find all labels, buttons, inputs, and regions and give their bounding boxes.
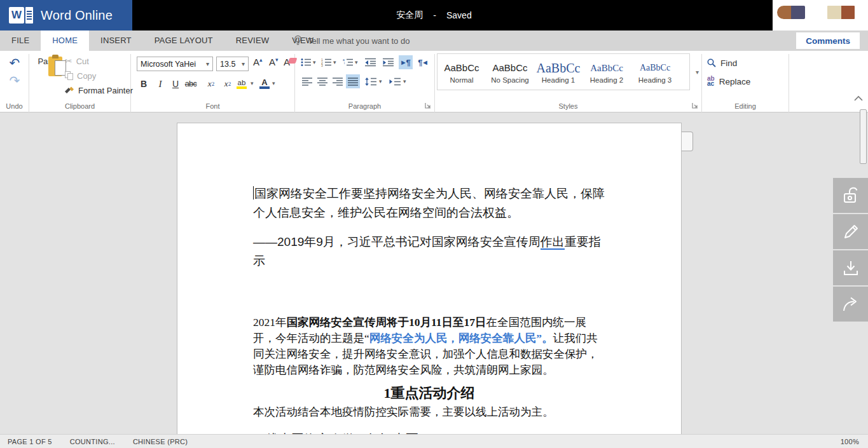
ribbon-tab-row: FILE HOME INSERT PAGE LAYOUT REVIEW VIEW… [0, 31, 868, 51]
bullets-button[interactable] [299, 55, 313, 69]
subscript-button[interactable]: x2 [205, 76, 217, 92]
page-indicator[interactable]: PAGE 1 OF 5 [8, 438, 52, 445]
share-button[interactable] [833, 287, 868, 322]
text-run: 作出 [541, 235, 565, 250]
header-corner [773, 0, 868, 31]
style-normal[interactable]: AaBbCc Normal [437, 60, 486, 84]
share-icon [841, 295, 861, 314]
zoom-level[interactable]: 100% [841, 438, 859, 445]
chevron-down-icon[interactable]: ▾ [379, 78, 382, 85]
document-title[interactable]: 安全周 [396, 10, 423, 21]
tab-insert[interactable]: INSERT [89, 31, 143, 51]
right-to-left-text-button[interactable]: ¶◀ [416, 55, 430, 69]
app-name: Word Online [41, 8, 113, 23]
increase-indent-icon [383, 58, 394, 67]
title-divider: - [433, 10, 436, 20]
style-heading-3[interactable]: AaBbCc Heading 3 [631, 60, 679, 84]
tab-review[interactable]: REVIEW [224, 31, 280, 51]
chevron-down-icon[interactable]: ▾ [313, 59, 316, 65]
presence-avatar[interactable] [777, 6, 805, 19]
document-paragraph[interactable]: 2021年国家网络安全宣传周将于10月11日至17日在全国范围内统一展开，今年活… [253, 315, 605, 378]
left-to-right-text-button[interactable]: ▶¶ [399, 55, 413, 69]
font-size-select[interactable]: 13.5 ▾ [216, 57, 249, 71]
paragraph-dialog-launcher[interactable] [425, 102, 431, 109]
style-heading-1[interactable]: AaBbCc Heading 1 [534, 60, 582, 84]
superscript-button[interactable]: x2 [221, 76, 234, 92]
tab-page-layout[interactable]: PAGE LAYOUT [143, 31, 224, 51]
text-cursor [253, 186, 254, 200]
numbering-button[interactable]: 123 [319, 55, 333, 69]
chevron-down-icon[interactable]: ▾ [272, 80, 275, 86]
decrease-indent-button[interactable] [364, 55, 378, 69]
replace-button[interactable]: ab ac Replace [707, 74, 750, 88]
collapse-ribbon-button[interactable] [853, 94, 866, 104]
style-no-spacing[interactable]: AaBbCc No Spacing [486, 60, 534, 84]
align-center-button[interactable] [315, 74, 329, 88]
status-bar: PAGE 1 OF 5 COUNTING... CHINESE (PRC) 10… [0, 434, 868, 448]
language-indicator[interactable]: CHINESE (PRC) [133, 438, 188, 445]
document-title-area: 安全周 - Saved [396, 0, 471, 31]
paragraph-group-label: Paragraph [295, 102, 434, 110]
text-run: 1重点活动介绍 [384, 385, 475, 401]
copy-icon [65, 71, 73, 80]
chevron-down-icon[interactable]: ▾ [251, 80, 254, 86]
format-painter-button[interactable]: Format Painter [65, 84, 133, 97]
shrink-font-button[interactable]: A▾ [269, 57, 279, 71]
line-spacing-button[interactable] [364, 74, 378, 88]
text-run: 网络安全为人民，网络安全靠人民 [369, 332, 537, 344]
special-indent-button[interactable] [388, 74, 402, 88]
styles-dialog-launcher[interactable] [692, 102, 698, 109]
chevron-down-icon[interactable]: ▾ [403, 78, 406, 85]
bold-button[interactable]: B [137, 76, 150, 92]
word-count[interactable]: COUNTING... [70, 438, 115, 445]
clear-formatting-button[interactable]: A [284, 57, 296, 71]
font-color-button[interactable]: A ▾ [258, 76, 271, 92]
italic-button[interactable]: I [154, 76, 167, 92]
cut-button[interactable]: ✂ Cut [65, 55, 89, 67]
align-right-button[interactable] [331, 74, 345, 88]
redo-button[interactable]: ↷ [6, 74, 23, 89]
tab-file[interactable]: FILE [0, 31, 41, 51]
style-heading-2[interactable]: AaBbCc Heading 2 [582, 60, 631, 84]
chevron-up-icon [853, 95, 864, 102]
underline-button[interactable]: U [169, 76, 182, 92]
document-page[interactable]: 国家网络安全工作要坚持网络安全为人民、网络安全靠人民，保障个人信息安全，维护公民… [177, 123, 682, 434]
document-paragraph[interactable]: 国家网络安全工作要坚持网络安全为人民、网络安全靠人民，保障个人信息安全，维护公民… [253, 184, 605, 222]
scissors-icon: ✂ [65, 56, 72, 66]
paste-button[interactable]: Paste [34, 55, 63, 95]
vertical-scrollbar-thumb[interactable] [860, 109, 867, 164]
presence-avatar[interactable] [827, 6, 855, 19]
download-button[interactable] [833, 250, 868, 285]
multilevel-list-button[interactable]: ai [341, 55, 355, 69]
font-name-select[interactable]: Microsoft YaHei ▾ [137, 57, 213, 71]
style-gallery-more-button[interactable]: ▾ [696, 69, 699, 76]
header: W Word Online 安全周 - Saved [0, 0, 868, 31]
comments-button[interactable]: Comments [796, 32, 860, 49]
document-heading[interactable]: 1重点活动介绍 [253, 384, 605, 403]
highlight-color-button[interactable]: ab ▾ [235, 76, 248, 92]
undo-button[interactable]: ↶ [6, 56, 23, 71]
grow-font-button[interactable]: A▴ [253, 57, 263, 71]
document-paragraph[interactable]: ——2019年9月，习近平总书记对国家网络安全宣传周作出重要指示 [253, 233, 605, 271]
text-run: 2021年 [253, 316, 287, 329]
justify-button[interactable] [346, 74, 360, 88]
justify-icon [348, 78, 358, 86]
tell-me-box[interactable]: Tell me what you want to do [294, 31, 410, 51]
document-canvas: 国家网络安全工作要坚持网络安全为人民、网络安全靠人民，保障个人信息安全，维护公民… [0, 113, 868, 434]
increase-indent-button[interactable] [382, 55, 396, 69]
text-run: 本次活动结合本地疫情防控实际需要，主要以线上活动为主。 [253, 405, 554, 418]
tab-home[interactable]: HOME [41, 31, 89, 51]
align-left-button[interactable] [300, 74, 314, 88]
replace-icon: ab ac [707, 76, 715, 86]
unlock-button[interactable] [833, 178, 868, 213]
chevron-down-icon[interactable]: ▾ [333, 59, 336, 65]
app-brand: W Word Online [0, 0, 132, 31]
edit-button[interactable] [833, 214, 868, 249]
strikethrough-button[interactable]: abc [184, 76, 197, 92]
copy-button[interactable]: Copy [65, 69, 96, 82]
page-side-tab[interactable] [682, 132, 693, 151]
line-spacing-icon [365, 78, 376, 86]
document-paragraph[interactable]: 本次活动结合本地疫情防控实际需要，主要以线上活动为主。 [253, 404, 605, 420]
find-button[interactable]: Find [707, 56, 737, 70]
chevron-down-icon[interactable]: ▾ [355, 59, 358, 65]
